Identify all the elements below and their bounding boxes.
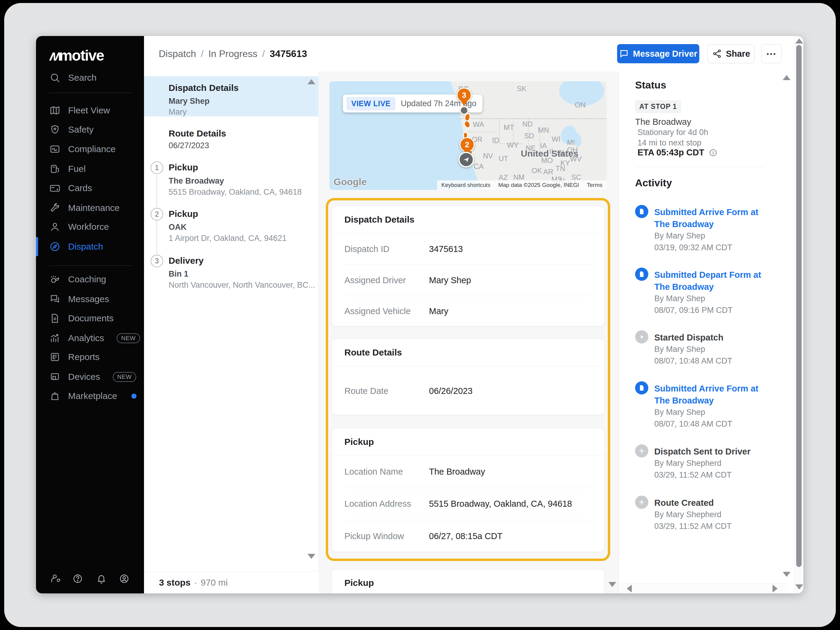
sidebar-item-compliance[interactable]: Compliance: [49, 139, 115, 159]
help-icon[interactable]: [71, 572, 84, 585]
notification-dot: [131, 393, 136, 399]
row-value: Mary Shep: [429, 275, 471, 285]
sidebar-item-cards[interactable]: Cards: [49, 178, 92, 198]
sidebar-item-maintenance[interactable]: Maintenance: [49, 198, 120, 218]
sidebar-item-safety[interactable]: Safety: [49, 120, 93, 139]
map-icon: [49, 105, 60, 116]
map-country-label: United States: [521, 148, 578, 159]
stops-scroll-up-arrow[interactable]: [308, 79, 315, 84]
activity-item: Dispatch Sent to Driver By Mary Shepherd…: [635, 445, 776, 481]
dot-separator: ·: [194, 578, 197, 588]
sidebar-item-workforce[interactable]: Workforce: [49, 217, 109, 237]
sidebar-item-label: Fuel: [68, 164, 85, 174]
activity-link[interactable]: Submitted Depart Form at The Broadway: [654, 269, 776, 293]
sidebar-item-analytics[interactable]: Analytics NEW: [49, 328, 140, 348]
main-scroll-thumb[interactable]: [796, 45, 802, 567]
stop-2-type[interactable]: Pickup: [169, 209, 198, 219]
logo-text: motive: [59, 47, 104, 64]
main-scrollbar[interactable]: [794, 36, 804, 594]
new-badge: NEW: [117, 333, 140, 343]
admin-users-icon[interactable]: [49, 572, 62, 585]
map-pin-stop-2[interactable]: 2: [459, 137, 475, 152]
breadcrumb-in-progress[interactable]: In Progress: [208, 48, 257, 59]
activity-title: Started Dispatch: [654, 332, 776, 344]
sidebar-item-fuel[interactable]: Fuel: [49, 159, 85, 178]
map[interactable]: BC SK ON WA MT ND MN WI MI SD OR ID WY N…: [329, 81, 606, 190]
list-item-title[interactable]: Dispatch Details: [169, 83, 238, 93]
sidebar-item-fleet-view[interactable]: Fleet View: [49, 101, 110, 120]
map-border-line: [460, 118, 606, 119]
plus-icon: [635, 496, 648, 509]
sidebar-item-coaching[interactable]: Coaching: [49, 270, 106, 289]
row-value: Mary: [429, 306, 448, 316]
row-label: Assigned Vehicle: [344, 306, 411, 316]
sidebar-item-label: Dispatch: [68, 242, 103, 252]
sidebar-item-search[interactable]: Search: [49, 68, 96, 87]
breadcrumb-separator: /: [262, 48, 265, 59]
activity-date: 03/19, 09:32 AM CDT: [654, 242, 776, 254]
sidebar-item-documents[interactable]: Documents: [49, 309, 114, 328]
share-button[interactable]: Share: [707, 44, 755, 63]
activity-date: 08/07, 09:16 PM CDT: [654, 305, 776, 316]
activity-by: By Mary Shepherd: [654, 509, 776, 521]
map-state-label: NV: [483, 152, 493, 160]
panel-divider: [635, 167, 764, 167]
sidebar-item-label: Analytics: [68, 333, 104, 343]
activity-link[interactable]: Submitted Arrive Form at The Broadway: [654, 206, 776, 230]
sidebar-item-dispatch[interactable]: Dispatch: [49, 237, 103, 256]
detail-row: Pickup Window 06/27, 08:15a CDT: [332, 520, 604, 552]
sidebar-item-devices[interactable]: Devices NEW: [49, 367, 136, 387]
notifications-bell-icon[interactable]: [95, 572, 108, 585]
detail-row: Location Address 5515 Broadway, Oakland,…: [332, 488, 604, 520]
play-icon: [635, 330, 648, 344]
breadcrumb-dispatch[interactable]: Dispatch: [159, 48, 196, 59]
route-details-list-item[interactable]: Route Details: [169, 128, 226, 139]
hscroll-right-arrow[interactable]: [772, 585, 778, 592]
card-title: Route Details: [332, 339, 604, 366]
map-state-label: ND: [522, 120, 533, 128]
stop-number-2: 2: [151, 208, 163, 221]
main-scroll-up-arrow[interactable]: [795, 38, 803, 44]
map-vehicle-marker[interactable]: [458, 152, 474, 167]
activity-item: Started Dispatch By Mary Shep 08/07, 10:…: [635, 332, 776, 367]
map-pin-stop-3[interactable]: 3: [456, 88, 472, 103]
detail-scroll-down-arrow[interactable]: [608, 582, 616, 587]
more-options-icon: ⋯: [766, 48, 777, 60]
sidebar-item-marketplace[interactable]: Marketplace: [49, 387, 136, 406]
activity-scroll-up-arrow[interactable]: [783, 75, 791, 80]
info-icon[interactable]: [709, 148, 717, 157]
list-item-driver: Mary Shep: [169, 96, 210, 106]
row-label: Location Name: [344, 467, 403, 477]
activity-by: By Mary Shepherd: [654, 458, 776, 469]
main-scroll-down-arrow[interactable]: [795, 584, 803, 589]
account-icon[interactable]: [118, 572, 131, 585]
sidebar-item-label: Reports: [68, 352, 99, 362]
message-driver-button[interactable]: Message Driver: [617, 44, 699, 63]
sidebar-item-messages[interactable]: Messages: [49, 289, 109, 309]
stops-scroll-down-arrow[interactable]: [308, 554, 315, 559]
sidebar-item-label: Safety: [68, 125, 93, 135]
hscroll-left-arrow[interactable]: [627, 585, 632, 592]
document-icon: [49, 313, 60, 324]
activity-hscrollbar[interactable]: [619, 583, 788, 594]
activity-date: 03/29, 11:52 AM CDT: [654, 521, 776, 532]
map-state-label: TN: [556, 164, 565, 173]
stop-number-1: 1: [151, 161, 163, 174]
motive-logo: ʍmotive: [50, 47, 104, 64]
sidebar-item-reports[interactable]: Reports: [49, 347, 99, 366]
more-options-button[interactable]: ⋯: [761, 44, 782, 63]
activity-title: Route Created: [654, 497, 776, 509]
stop-3-type[interactable]: Delivery: [169, 256, 204, 266]
activity-link[interactable]: Submitted Arrive Form at The Broadway: [654, 382, 776, 406]
sidebar-item-label: Messages: [68, 294, 109, 304]
form-icon: [635, 205, 648, 218]
map-state-label: MI: [567, 138, 575, 147]
stop-1-type[interactable]: Pickup: [169, 162, 198, 172]
view-live-button[interactable]: VIEW LIVE: [346, 97, 395, 111]
sidebar-item-label: Workforce: [68, 222, 109, 232]
activity-scroll-down-arrow[interactable]: [783, 572, 791, 577]
terms-link[interactable]: Terms: [587, 182, 602, 188]
map-data-text: Map data ©2025 Google, INEGI: [498, 182, 579, 188]
activity-by: By Mary Shep: [654, 406, 776, 418]
keyboard-shortcuts-link[interactable]: Keyboard shortcuts: [441, 182, 491, 188]
